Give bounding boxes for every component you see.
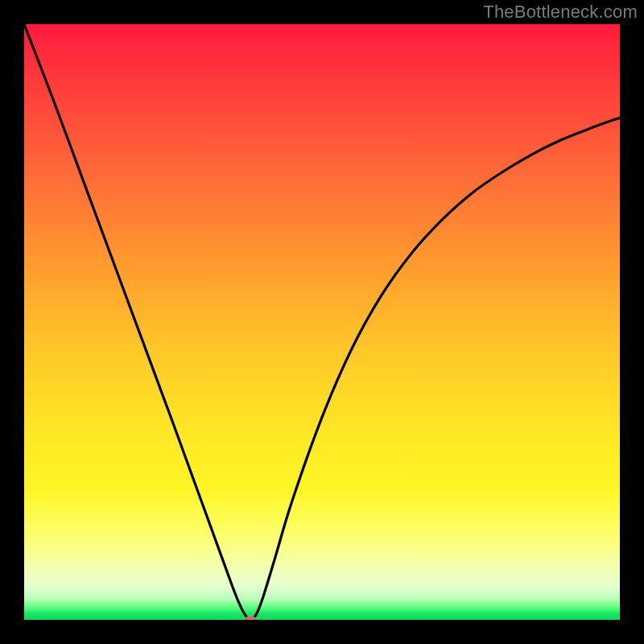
optimum-marker <box>245 617 256 621</box>
plot-area <box>24 24 620 620</box>
curve-svg <box>24 24 620 620</box>
watermark-text: TheBottleneck.com <box>483 2 638 23</box>
chart-frame: TheBottleneck.com <box>0 0 644 644</box>
bottleneck-curve <box>24 24 620 620</box>
